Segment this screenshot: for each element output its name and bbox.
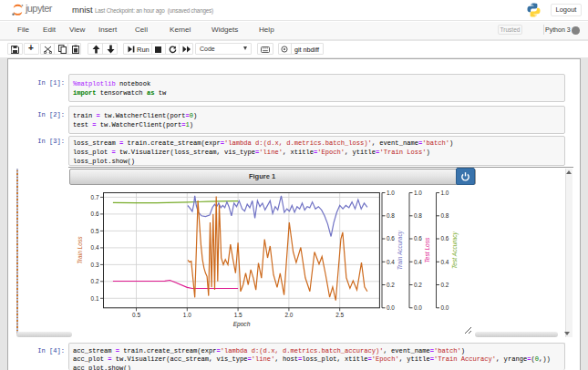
svg-text:Test Accuracy: Test Accuracy <box>451 231 459 269</box>
svg-text:1.5: 1.5 <box>234 312 242 318</box>
svg-text:0.4: 0.4 <box>441 259 449 265</box>
svg-text:2.0: 2.0 <box>284 312 293 318</box>
svg-text:0.1: 0.1 <box>91 295 99 302</box>
svg-text:0.7: 0.7 <box>91 194 99 200</box>
svg-text:2.5: 2.5 <box>335 312 344 318</box>
svg-text:0.4: 0.4 <box>387 259 395 265</box>
svg-text:0.0: 0.0 <box>441 304 449 311</box>
svg-text:0.2: 0.2 <box>387 282 395 288</box>
svg-text:1.0: 1.0 <box>387 190 395 196</box>
svg-text:1.0: 1.0 <box>414 190 422 196</box>
svg-text:0.8: 0.8 <box>414 212 422 219</box>
svg-text:0.6: 0.6 <box>414 235 422 242</box>
svg-text:Epoch: Epoch <box>233 321 251 328</box>
svg-text:Train Accuracy: Train Accuracy <box>397 230 405 270</box>
svg-text:0.6: 0.6 <box>91 211 99 217</box>
svg-text:0.4: 0.4 <box>414 259 422 265</box>
svg-text:0.5: 0.5 <box>132 312 140 318</box>
svg-text:0.3: 0.3 <box>91 262 99 268</box>
svg-text:0.6: 0.6 <box>387 235 395 242</box>
svg-text:0.5: 0.5 <box>91 228 99 234</box>
svg-text:0.0: 0.0 <box>387 304 395 311</box>
svg-text:0.2: 0.2 <box>91 278 99 284</box>
svg-text:0.6: 0.6 <box>441 235 449 242</box>
svg-text:0.8: 0.8 <box>387 212 395 219</box>
svg-text:Train Loss: Train Loss <box>77 236 83 264</box>
svg-text:0.0: 0.0 <box>414 304 422 311</box>
svg-text:Test Loss: Test Loss <box>425 237 431 263</box>
svg-text:0.8: 0.8 <box>441 212 449 219</box>
svg-text:0.2: 0.2 <box>414 282 422 288</box>
svg-text:1.0: 1.0 <box>441 190 449 196</box>
svg-text:0.4: 0.4 <box>91 244 99 251</box>
svg-text:0.2: 0.2 <box>441 282 449 288</box>
svg-text:1.0: 1.0 <box>183 312 191 318</box>
